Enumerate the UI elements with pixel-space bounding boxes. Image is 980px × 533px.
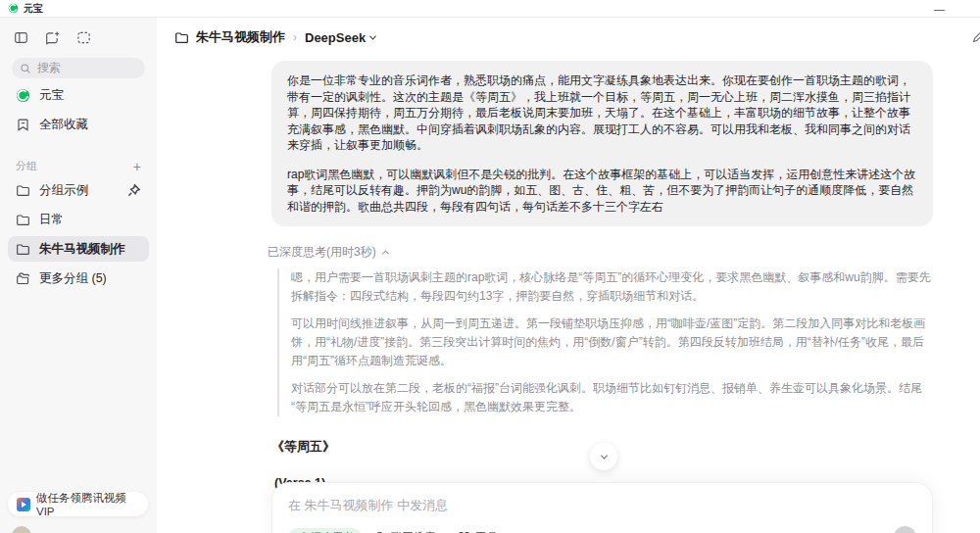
search-icon (20, 63, 31, 74)
folder-icon (16, 183, 30, 198)
search-input[interactable]: 搜索 (12, 58, 145, 78)
breadcrumb-folder-name: 朱牛马视频制作 (196, 28, 285, 46)
tencent-video-icon (17, 498, 30, 511)
vip-banner-label: 做任务领腾讯视频VIP (36, 491, 139, 517)
avatar[interactable] (12, 526, 31, 533)
message-input[interactable] (288, 498, 916, 512)
pin-icon (126, 183, 141, 198)
sidebar: 搜索 元宝 全部收藏 分组 + 分组示例 (0, 18, 157, 533)
groups-header-label: 分组 (16, 159, 37, 173)
sidebar-group-more[interactable]: 更多分组 (5) (8, 266, 149, 291)
app-window: 元宝 — 搜索 元宝 (0, 0, 980, 533)
search-placeholder: 搜索 (37, 60, 61, 76)
composer: 深度思考 联网搜索 (271, 482, 933, 533)
model-name: DeepSeek (305, 30, 366, 45)
sidebar-group-video-production[interactable]: 朱牛马视频制作 (8, 236, 149, 262)
edit-icon[interactable] (971, 30, 980, 44)
send-button[interactable]: ▲ (894, 526, 916, 533)
folder-icon (174, 30, 189, 45)
sidebar-toolbar (0, 18, 157, 45)
sidebar-item-yuanbao[interactable]: 元宝 (8, 82, 149, 108)
user-message-paragraph: rap歌词黑色幽默，可以幽默讽刺但不是尖锐的批判。在这个故事框架的基础上，可以适… (287, 167, 917, 216)
sidebar-group-sample[interactable]: 分组示例 (8, 177, 149, 203)
thinking-paragraph: 嗯，用户需要一首职场讽刺主题的rap歌词，核心脉络是“等周五”的循环心理变化，要… (291, 268, 933, 306)
yuanbao-logo-icon (16, 88, 30, 103)
chevron-down-icon (600, 452, 607, 459)
app-title: 元宝 (24, 2, 43, 16)
deep-think-toggle[interactable]: 深度思考 (288, 528, 362, 533)
groups-header: 分组 + (16, 159, 141, 173)
user-message-paragraph: 你是一位非常专业的音乐词作者，熟悉职场的痛点，能用文字凝练具象地表达出来。你现在… (287, 73, 917, 154)
thinking-content: 嗯，用户需要一首职场讽刺主题的rap歌词，核心脉络是“等周五”的循环心理变化，要… (277, 268, 933, 416)
composer-toolbar: 深度思考 联网搜索 (288, 526, 916, 533)
model-selector[interactable]: DeepSeek (305, 30, 375, 45)
new-chat-icon[interactable] (45, 30, 60, 45)
sidebar-item-label: 全部收藏 (39, 117, 88, 133)
thinking-header-label: 已深度思考(用时3秒) (268, 244, 376, 261)
screenshot-capture-icon[interactable] (76, 30, 91, 45)
sidebar-item-label: 元宝 (39, 87, 64, 104)
user-message-bubble: 你是一位非常专业的音乐词作者，熟悉职场的痛点，能用文字凝练具象地表达出来。你现在… (271, 61, 933, 226)
bookmark-icon (16, 118, 30, 132)
collapse-sidebar-icon[interactable] (14, 30, 28, 45)
titlebar: 元宝 — (0, 0, 980, 18)
sidebar-group-label: 更多分组 (5) (39, 270, 107, 287)
vip-task-banner[interactable]: 做任务领腾讯视频VIP (8, 492, 148, 516)
scroll-to-bottom-button[interactable] (590, 443, 617, 470)
thinking-toggle[interactable]: 已深度思考(用时3秒) (268, 244, 933, 261)
minimize-button[interactable]: — (934, 4, 945, 14)
chevron-down-icon (369, 32, 376, 39)
chat-scroll-area[interactable]: 你是一位非常专业的音乐词作者，熟悉职场的痛点，能用文字凝练具象地表达出来。你现在… (157, 57, 980, 533)
sidebar-group-daily[interactable]: 日常 (8, 207, 149, 232)
chevron-up-icon (382, 250, 389, 257)
composer-right-actions: ✂ + ▲ (838, 526, 916, 533)
sidebar-group-label: 日常 (39, 212, 64, 228)
sidebar-group-label: 分组示例 (39, 182, 88, 199)
breadcrumb-separator: › (293, 30, 297, 44)
main-panel: 朱牛马视频制作 › DeepSeek 你是一位非常专业的音乐词作者，熟悉职场的痛… (157, 18, 980, 533)
yuanbao-logo-icon (8, 3, 19, 14)
sidebar-group-label: 朱牛马视频制作 (39, 241, 125, 258)
sidebar-item-favorites[interactable]: 全部收藏 (8, 112, 149, 137)
folders-stack-icon (16, 271, 30, 286)
breadcrumb: 朱牛马视频制作 › DeepSeek (157, 18, 980, 57)
folder-icon (16, 213, 30, 227)
add-group-button[interactable]: + (133, 161, 141, 172)
folder-icon (16, 242, 30, 257)
thinking-paragraph: 对话部分可以放在第二段，老板的“福报”台词能强化讽刺。职场细节比如钉钉消息、报销… (291, 379, 933, 416)
thinking-paragraph: 可以用时间线推进叙事，从周一到周五递进。第一段铺垫职场压抑感，用“咖啡壶/蓝图”… (291, 315, 933, 370)
